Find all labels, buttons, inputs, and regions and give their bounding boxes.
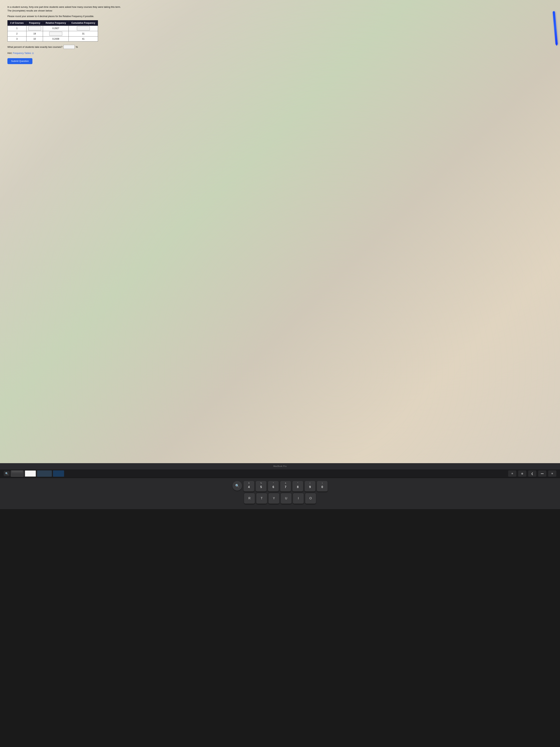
key-0-main: 0 [321, 485, 323, 489]
touchbar: 🔍 ★ ⊕ ❮ ▪▪▪ ✳ [0, 469, 560, 478]
cell-cumulative-1 [69, 26, 98, 31]
cell-relative-1: 0.2927 [43, 26, 69, 31]
key-5-top: % [256, 482, 266, 484]
touchbar-star-button[interactable]: ★ [508, 470, 516, 477]
touchbar-window-3[interactable] [53, 470, 64, 477]
desc-line2: The (incomplete) results are shown below… [7, 9, 53, 12]
touchbar-search-icon[interactable]: 🔍 [4, 471, 10, 476]
cell-courses-2: 2 [7, 31, 26, 36]
touchbar-back-button[interactable]: ❮ [528, 470, 536, 477]
percent-answer-input[interactable] [63, 45, 75, 49]
touchbar-window-1[interactable] [25, 470, 36, 477]
table-row: 1 0.2927 [7, 26, 98, 31]
key-9-main: 9 [309, 485, 311, 489]
frequency-table: # of Courses Frequency Relative Frequenc… [7, 20, 98, 42]
description-text: In a student survey, forty-one part-time… [7, 5, 133, 12]
external-link-icon: ⊡ [32, 52, 34, 54]
key-u[interactable]: U [281, 493, 292, 504]
instruction-text: Please round your answer to 4 decimal pl… [7, 15, 133, 18]
touchbar-volume-button[interactable]: ▪▪▪ [538, 470, 546, 477]
laptop-screen: In a student survey, forty-one part-time… [0, 0, 560, 463]
key-8[interactable]: * 8 [292, 481, 303, 492]
col-header-relative: Relative Frequency [43, 20, 69, 26]
hint-link[interactable]: Frequency Tables ⊡ [13, 52, 34, 54]
key-7-top: & [280, 482, 291, 484]
key-o[interactable]: O [305, 493, 316, 504]
touchbar-settings-button[interactable]: ✳ [548, 470, 556, 477]
col-header-cumulative: Cumulative Frequency [69, 20, 98, 26]
frequency-input-1[interactable] [28, 26, 41, 30]
submit-question-button[interactable]: Submit Question [7, 58, 32, 64]
key-9[interactable]: ( 9 [304, 481, 315, 492]
key-4-main: 4 [248, 485, 250, 489]
touchbar-right: ★ ⊕ ❮ ▪▪▪ ✳ [508, 470, 556, 477]
cell-cumulative-2: 31 [69, 31, 98, 36]
key-8-main: 8 [297, 485, 299, 489]
key-6-top: ^ [268, 482, 279, 484]
hint-link-text: Frequency Tables [13, 52, 31, 54]
cell-frequency-1 [26, 26, 43, 31]
touchbar-window-2[interactable] [37, 470, 52, 477]
col-header-courses: # of Courses [7, 20, 26, 26]
keyboard-area: 🔍 $ 4 % 5 ^ 6 & 7 * 8 ( 9 ) 0 [0, 478, 560, 509]
key-7[interactable]: & 7 [280, 481, 291, 492]
cell-courses-3: 3 [7, 36, 26, 42]
touchbar-thumbnail-1[interactable] [11, 470, 24, 477]
key-i[interactable]: I [293, 493, 304, 504]
blue-pen-decoration [553, 11, 558, 45]
cell-courses-1: 1 [7, 26, 26, 31]
number-row: 🔍 $ 4 % 5 ^ 6 & 7 * 8 ( 9 ) 0 [3, 481, 557, 492]
cell-relative-3: 0.2439 [43, 36, 69, 42]
key-r[interactable]: R [244, 493, 255, 504]
macbook-label: MacBook Pro [273, 465, 287, 467]
key-t[interactable]: T [256, 493, 267, 504]
relative-input-2[interactable] [49, 32, 62, 36]
table-row: 2 19 31 [7, 31, 98, 36]
cell-relative-2 [43, 31, 69, 36]
touchbar-left: 🔍 [4, 470, 64, 477]
key-5-main: 5 [260, 485, 262, 489]
search-key[interactable]: 🔍 [233, 481, 242, 491]
question-row: What percent of students take exactly tw… [7, 45, 133, 49]
cell-frequency-2: 19 [26, 31, 43, 36]
hint-row: Hint: Frequency Tables ⊡ [7, 52, 133, 54]
key-7-main: 7 [285, 485, 287, 489]
hint-label: Hint: [7, 52, 12, 54]
key-y[interactable]: Y [268, 493, 279, 504]
letter-row: R T Y U I O [3, 493, 557, 504]
macbook-bar: MacBook Pro [0, 463, 560, 469]
table-row: 3 10 0.2439 41 [7, 36, 98, 42]
question-text: What percent of students take exactly tw… [7, 46, 62, 48]
desc-line1: In a student survey, forty-one part-time… [7, 5, 121, 8]
key-4-top: $ [243, 482, 254, 484]
search-icon: 🔍 [235, 484, 239, 488]
content-area: In a student survey, forty-one part-time… [7, 5, 133, 64]
percent-sign: % [76, 46, 78, 48]
col-header-frequency: Frequency [26, 20, 43, 26]
key-6-main: 6 [273, 485, 274, 489]
touchbar-add-button[interactable]: ⊕ [518, 470, 526, 477]
cell-cumulative-3: 41 [69, 36, 98, 42]
key-8-top: * [292, 482, 303, 484]
key-5[interactable]: % 5 [256, 481, 266, 492]
key-4[interactable]: $ 4 [243, 481, 254, 492]
cell-frequency-3: 10 [26, 36, 43, 42]
key-6[interactable]: ^ 6 [268, 481, 279, 492]
key-0[interactable]: ) 0 [317, 481, 327, 492]
cumulative-input-1[interactable] [77, 26, 90, 30]
key-9-top: ( [304, 482, 315, 484]
key-0-top: ) [317, 482, 327, 484]
